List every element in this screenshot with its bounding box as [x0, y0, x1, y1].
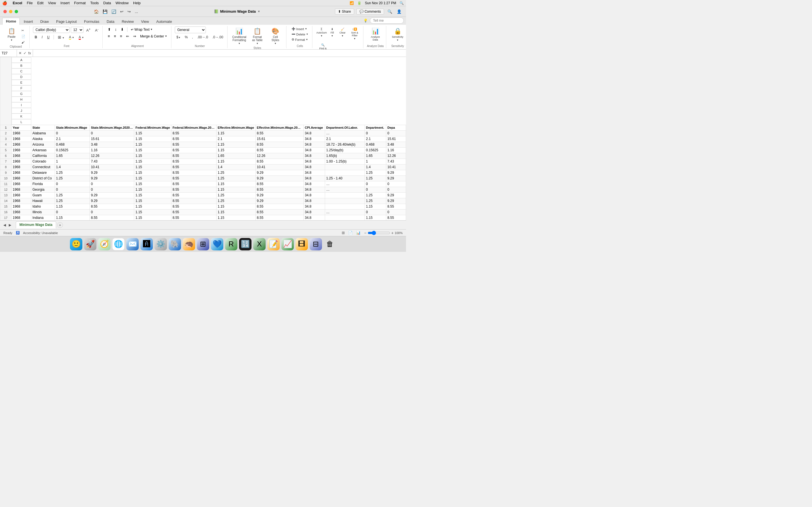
cell-H11[interactable]: 8.55	[255, 181, 303, 187]
tab-review[interactable]: Review	[118, 18, 137, 25]
cell-D4[interactable]: 3.48	[90, 142, 134, 147]
paste-button[interactable]: 📋 Paste ▼	[4, 26, 18, 43]
apple-menu[interactable]: 🍎	[2, 1, 7, 5]
cell-K10[interactable]: 1.25	[365, 175, 386, 181]
borders-button[interactable]: ⊞ ▼	[56, 34, 66, 40]
cell-G14[interactable]: 1.25	[216, 198, 255, 204]
align-center-button[interactable]: ≡	[112, 33, 118, 39]
cell-K13[interactable]: 1.25	[365, 192, 386, 198]
col-header-J[interactable]: J	[11, 108, 31, 114]
row-num-7[interactable]: 7	[0, 159, 11, 164]
cell-H9[interactable]: 9.29	[255, 170, 303, 175]
increase-indent-button[interactable]: ⇒	[132, 33, 138, 39]
cell-H5[interactable]: 8.55	[255, 147, 303, 153]
decrease-font-button[interactable]: A-	[93, 26, 100, 33]
cell-L11[interactable]: 0	[386, 181, 406, 187]
cell-I15[interactable]: 34.8	[303, 204, 325, 209]
cell-F12[interactable]: 8.55	[171, 187, 216, 192]
cell-J9[interactable]	[325, 170, 365, 175]
cell-D17[interactable]: 8.55	[90, 215, 134, 220]
sort-filter-button[interactable]: ↕🔽 Sort &Filter ▼	[349, 26, 360, 41]
cell-B13[interactable]: Guam	[31, 192, 55, 198]
cell-H13[interactable]: 9.29	[255, 192, 303, 198]
cell-A16[interactable]: 1968	[11, 209, 31, 215]
cell-G17[interactable]: 1.15	[216, 215, 255, 220]
analyze-data-button[interactable]: 📊 AnalyzeData	[368, 26, 382, 42]
row-num-12[interactable]: 12	[0, 187, 11, 192]
cell-H4[interactable]: 8.55	[255, 142, 303, 147]
col-header-K[interactable]: K	[11, 114, 31, 119]
cell-E5[interactable]: 1.15	[134, 147, 171, 153]
cell-B16[interactable]: Illinois	[31, 209, 55, 215]
menu-help[interactable]: Help	[133, 1, 141, 5]
cell-H14[interactable]: 9.29	[255, 198, 303, 204]
cell-K2[interactable]: 0	[365, 130, 386, 136]
row-num-5[interactable]: 5	[0, 147, 11, 153]
cell-J8[interactable]	[325, 164, 365, 170]
cell-B3[interactable]: Alaska	[31, 136, 55, 142]
row-num-4[interactable]: 4	[0, 142, 11, 147]
cell-C14[interactable]: 1.25	[55, 198, 90, 204]
cell-C17[interactable]: 1.15	[55, 215, 90, 220]
cell-D16[interactable]: 0	[90, 209, 134, 215]
save-icon[interactable]: 💾	[101, 9, 109, 14]
cell-E17[interactable]: 1.15	[134, 215, 171, 220]
cell-A2[interactable]: 1968	[11, 130, 31, 136]
cell-C10[interactable]: 1.25	[55, 175, 90, 181]
align-middle-button[interactable]: ↕	[113, 26, 118, 33]
currency-button[interactable]: $▼	[175, 34, 183, 40]
cell-L14[interactable]: 9.29	[386, 198, 406, 204]
cell-L9[interactable]: 9.29	[386, 170, 406, 175]
cell-L15[interactable]: 8.55	[386, 204, 406, 209]
align-bottom-button[interactable]: ⬇	[119, 26, 125, 33]
cell-H15[interactable]: 8.55	[255, 204, 303, 209]
col-header-E[interactable]: E	[11, 80, 31, 86]
col-header-A[interactable]: A	[11, 57, 31, 63]
tab-automate[interactable]: Automate	[153, 18, 175, 25]
cell-J17[interactable]	[325, 215, 365, 220]
cell-J3[interactable]: 2.1	[325, 136, 365, 142]
menu-file[interactable]: File	[27, 1, 33, 5]
cell-L2[interactable]: 0	[386, 130, 406, 136]
cell-L12[interactable]: 0	[386, 187, 406, 192]
insert-function-icon[interactable]: fx	[28, 51, 31, 55]
cancel-formula-icon[interactable]: ✕	[18, 51, 22, 55]
row-num-10[interactable]: 10	[0, 175, 11, 181]
cell-H12[interactable]: 8.55	[255, 187, 303, 192]
cell-J10[interactable]: 1.25 - 1.40	[325, 175, 365, 181]
cell-C16[interactable]: 0	[55, 209, 90, 215]
format-cells-button[interactable]: ⚙ Format ▼	[290, 37, 310, 42]
cell-D10[interactable]: 9.29	[90, 175, 134, 181]
cell-G11[interactable]: 1.15	[216, 181, 255, 187]
menu-tools[interactable]: Tools	[90, 1, 99, 5]
cell-L13[interactable]: 9.29	[386, 192, 406, 198]
cell-A10[interactable]: 1968	[11, 175, 31, 181]
cell-I16[interactable]: 34.8	[303, 209, 325, 215]
cell-E7[interactable]: 1.15	[134, 159, 171, 164]
cell-E11[interactable]: 1.15	[134, 181, 171, 187]
cell-I3[interactable]: 34.8	[303, 136, 325, 142]
cell-J4[interactable]: 18.72 - 26.40/wk(b)	[325, 142, 365, 147]
cell-L6[interactable]: 12.26	[386, 153, 406, 159]
dock-finder[interactable]: 🙂	[70, 238, 82, 250]
cell-F14[interactable]: 8.55	[171, 198, 216, 204]
cell-K12[interactable]: 0	[365, 187, 386, 192]
cell-J5[interactable]: 1.25/day(b)	[325, 147, 365, 153]
dock-chrome[interactable]: 🌐	[112, 238, 124, 250]
cell-F1[interactable]: Federal.Minimum.Wage.2020.Dollars	[171, 125, 216, 130]
cell-H1[interactable]: Effective.Minimum.Wage.2020.Dollars	[255, 125, 303, 130]
cell-J11[interactable]: …	[325, 181, 365, 187]
cell-K8[interactable]: 1.4	[365, 164, 386, 170]
cell-K4[interactable]: 0.468	[365, 142, 386, 147]
tab-nav-next[interactable]: ▶	[8, 223, 12, 228]
cell-A13[interactable]: 1968	[11, 192, 31, 198]
dock-excel[interactable]: X	[253, 238, 266, 250]
sensitivity-button[interactable]: 🔒 Sensitivity ▼	[390, 26, 406, 43]
cell-A15[interactable]: 1968	[11, 204, 31, 209]
insert-cells-button[interactable]: ➕ Insert ▼	[290, 26, 309, 31]
font-color-button[interactable]: A ▼	[77, 34, 86, 40]
cell-B4[interactable]: Arizona	[31, 142, 55, 147]
fill-color-button[interactable]: A ▼	[67, 34, 76, 40]
cell-B5[interactable]: Arkansas	[31, 147, 55, 153]
dock-numbers[interactable]: 📈	[282, 238, 294, 250]
